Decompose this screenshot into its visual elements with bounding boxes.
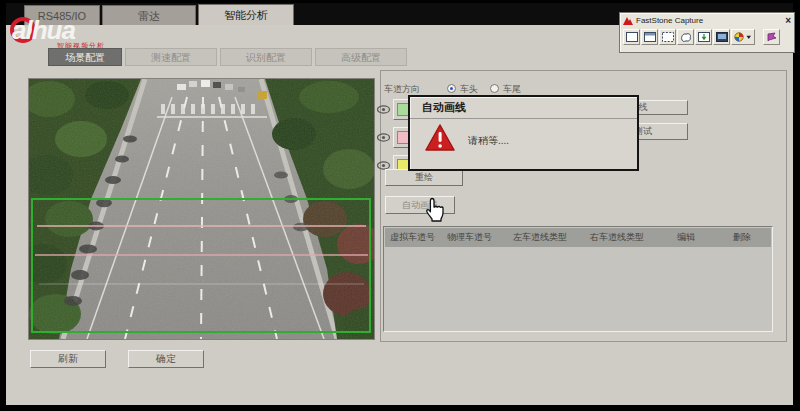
lane-table[interactable]: 虚拟车道号 物理车道号 左车道线类型 右车道线类型 编辑 删除 [383, 226, 773, 332]
hand-cursor [424, 197, 446, 223]
dialog-message: 请稍等.... [468, 134, 509, 148]
faststone-titlebar[interactable]: FastStone Capture × [623, 14, 791, 27]
subtab-advanced-config[interactable]: 高级配置 [315, 48, 407, 66]
autodraw-dialog: 自动画线 请稍等.... [408, 95, 639, 171]
refresh-button[interactable]: 刷新 [30, 350, 106, 368]
col-physical-lane: 物理车道号 [447, 228, 492, 247]
faststone-icon-row [623, 29, 780, 45]
faststone-title: FastStone Capture [636, 16, 782, 25]
subtab-recognition-config[interactable]: 识别配置 [220, 48, 312, 66]
dahua-logo: alhua [8, 14, 128, 44]
col-right-line-type: 右车道线类型 [590, 228, 644, 247]
video-preview[interactable] [28, 78, 375, 340]
eye-icon[interactable] [377, 105, 390, 114]
subtab-scene-config[interactable]: 场景配置 [48, 48, 122, 66]
col-virtual-lane: 虚拟车道号 [390, 228, 435, 247]
svg-text:alhua: alhua [12, 15, 75, 44]
dialog-title: 自动画线 [410, 97, 637, 119]
capture-window-object-icon[interactable] [641, 29, 658, 45]
head-radio[interactable] [447, 84, 456, 93]
lane-table-header: 虚拟车道号 物理车道号 左车道线类型 右车道线类型 编辑 删除 [385, 228, 771, 247]
capture-rectangle-icon[interactable] [659, 29, 676, 45]
output-options-icon[interactable] [731, 29, 755, 45]
capture-active-window-icon[interactable] [623, 29, 640, 45]
close-icon[interactable]: × [785, 16, 791, 26]
warning-icon [424, 123, 456, 153]
redraw-button[interactable]: 重绘 [385, 169, 463, 186]
road-scene [29, 79, 374, 339]
col-delete: 删除 [733, 228, 751, 247]
capture-scrolling-window-icon[interactable] [695, 29, 712, 45]
col-edit: 编辑 [677, 228, 695, 247]
screen-color-picker-icon[interactable] [763, 29, 780, 45]
capture-full-screen-icon[interactable] [713, 29, 730, 45]
capture-freehand-icon[interactable] [677, 29, 694, 45]
ok-button[interactable]: 确定 [128, 350, 204, 368]
faststone-logo-icon [623, 16, 633, 25]
tab-intelligent-analysis[interactable]: 智能分析 [198, 4, 294, 25]
faststone-toolbar: FastStone Capture × [619, 12, 795, 53]
eye-icon[interactable] [377, 133, 390, 142]
col-left-line-type: 左车道线类型 [513, 228, 567, 247]
screen: RS485/IO 雷达 智能分析 alhua 智能视频分析 场景配置 测速配置 … [0, 0, 800, 411]
subtab-speed-config[interactable]: 测速配置 [125, 48, 217, 66]
tail-radio[interactable] [490, 84, 499, 93]
